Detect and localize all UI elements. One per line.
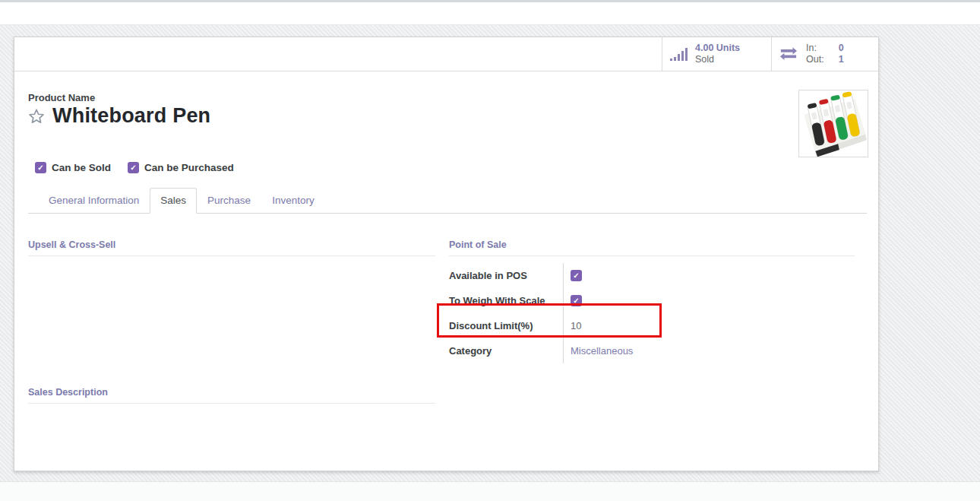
product-image[interactable] xyxy=(798,90,868,157)
field-available-in-pos: Available in POS xyxy=(449,263,855,288)
sales-description-header: Sales Description xyxy=(28,387,435,404)
units-sold-label: Sold xyxy=(695,54,740,65)
discount-limit-value[interactable]: 10 xyxy=(563,313,855,338)
check-icon[interactable] xyxy=(571,295,582,306)
units-sold-value: 4.00 Units xyxy=(695,43,740,54)
field-category: Category Miscellaneous xyxy=(449,338,855,363)
in-out-moves-button[interactable]: In: 0 Out: 1 xyxy=(771,37,878,71)
top-bar xyxy=(0,0,980,25)
tab-purchase[interactable]: Purchase xyxy=(197,188,261,214)
tab-inventory[interactable]: Inventory xyxy=(261,188,325,214)
star-outline-icon[interactable] xyxy=(28,108,45,125)
can-be-sold-checkbox[interactable]: Can be Sold xyxy=(35,162,111,173)
can-be-purchased-checkbox[interactable]: Can be Purchased xyxy=(128,162,234,173)
tab-sales[interactable]: Sales xyxy=(150,188,197,214)
bar-chart-icon xyxy=(670,46,688,62)
in-label: In: xyxy=(806,43,824,54)
page-title[interactable]: Whiteboard Pen xyxy=(52,104,210,128)
category-link[interactable]: Miscellaneous xyxy=(571,345,633,357)
check-icon[interactable] xyxy=(35,162,46,173)
bottom-strip xyxy=(0,481,980,501)
check-icon[interactable] xyxy=(128,162,139,173)
out-label: Out: xyxy=(806,54,824,65)
product-name-field-label: Product Name xyxy=(28,92,95,103)
in-value: 0 xyxy=(824,43,844,54)
check-icon[interactable] xyxy=(571,270,582,281)
product-form-card: 4.00 Units Sold In: 0 Out: 1 Product Nam… xyxy=(14,36,879,471)
exchange-icon xyxy=(779,47,799,61)
product-form-page: 4.00 Units Sold In: 0 Out: 1 Product Nam… xyxy=(0,0,980,501)
stat-button-bar: 4.00 Units Sold In: 0 Out: 1 xyxy=(14,37,878,71)
notebook-tabs: General Information Sales Purchase Inven… xyxy=(28,188,867,214)
upsell-cross-sell-header: Upsell & Cross-Sell xyxy=(28,239,435,256)
field-to-weigh-with-scale: To Weigh With Scale xyxy=(449,288,855,313)
out-value: 1 xyxy=(824,54,844,65)
point-of-sale-header: Point of Sale xyxy=(449,239,855,256)
units-sold-button[interactable]: 4.00 Units Sold xyxy=(662,37,771,71)
field-discount-limit: Discount Limit(%) 10 xyxy=(449,313,855,338)
tab-general-information[interactable]: General Information xyxy=(38,188,150,214)
